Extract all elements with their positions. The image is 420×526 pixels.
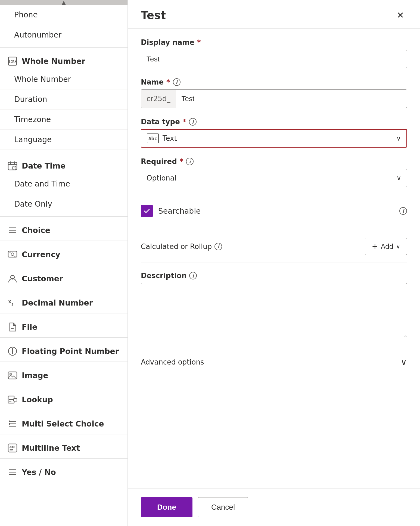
lookup-icon bbox=[8, 395, 17, 404]
description-textarea[interactable] bbox=[141, 283, 407, 337]
category-floating-point[interactable]: Floating Point Number bbox=[0, 340, 127, 359]
panel-title: Test bbox=[141, 9, 166, 21]
close-button[interactable]: ✕ bbox=[394, 9, 407, 22]
close-icon: ✕ bbox=[397, 10, 404, 20]
required-info-icon[interactable]: i bbox=[186, 158, 194, 165]
divider-3 bbox=[0, 216, 127, 217]
category-multi-select[interactable]: Multi Select Choice bbox=[0, 412, 127, 432]
svg-text:123: 123 bbox=[8, 59, 17, 64]
category-multiline-text[interactable]: Abc def Multiline Text bbox=[0, 437, 127, 456]
choice-icon bbox=[8, 225, 17, 235]
date-time-icon bbox=[8, 161, 17, 171]
list-item-whole-number[interactable]: Whole Number bbox=[0, 69, 127, 89]
add-plus-icon: + bbox=[372, 242, 378, 251]
data-type-required-star: * bbox=[183, 118, 186, 126]
calculated-rollup-row: Calculated or Rollup i + Add ∨ bbox=[141, 230, 407, 263]
svg-rect-15 bbox=[14, 256, 16, 257]
category-file[interactable]: File bbox=[0, 316, 127, 335]
name-prefix: cr25d_ bbox=[141, 90, 176, 108]
name-suffix-input[interactable] bbox=[176, 90, 407, 108]
divider-12 bbox=[0, 434, 127, 434]
data-type-label: Data type * i bbox=[141, 118, 407, 126]
searchable-label: Searchable bbox=[158, 207, 394, 216]
divider-5 bbox=[0, 265, 127, 265]
advanced-options-label: Advanced options bbox=[141, 358, 204, 366]
category-yes-no[interactable]: Yes / No bbox=[0, 461, 127, 480]
required-value: Optional bbox=[147, 174, 176, 182]
searchable-group: Searchable i bbox=[141, 197, 407, 220]
divider-9 bbox=[0, 362, 127, 362]
list-item-date-and-time[interactable]: Date and Time bbox=[0, 174, 127, 194]
list-item-timezone[interactable]: Timezone bbox=[0, 110, 127, 130]
panel-header: Test ✕ bbox=[128, 0, 420, 29]
divider-1 bbox=[0, 47, 127, 48]
calculated-rollup-info-icon[interactable]: i bbox=[214, 243, 222, 250]
category-decimal-number[interactable]: X 2 Decimal Number bbox=[0, 291, 127, 311]
list-item-date-only[interactable]: Date Only bbox=[0, 194, 127, 214]
yes-no-category-label: Yes / No bbox=[22, 468, 56, 477]
category-image[interactable]: Image bbox=[0, 364, 127, 384]
svg-text:Abc: Abc bbox=[10, 446, 15, 448]
add-label: Add bbox=[381, 243, 393, 250]
required-required-star: * bbox=[180, 157, 183, 166]
svg-text:def: def bbox=[10, 449, 13, 451]
advanced-options-chevron-icon: ∨ bbox=[401, 357, 407, 367]
category-date-time: Date Time bbox=[0, 154, 127, 174]
display-name-required-star: * bbox=[197, 38, 201, 46]
required-group: Required * i Optional ∨ bbox=[141, 157, 407, 187]
right-panel: Test ✕ Display name * Name * i cr25d_ bbox=[128, 0, 420, 526]
divider-4 bbox=[0, 241, 127, 241]
customer-category-label: Customer bbox=[22, 274, 63, 283]
floating-point-icon bbox=[8, 346, 17, 356]
searchable-checkbox[interactable] bbox=[141, 205, 153, 217]
lookup-category-label: Lookup bbox=[22, 395, 53, 404]
data-type-info-icon[interactable]: i bbox=[189, 118, 197, 126]
list-item-phone[interactable]: Phone bbox=[0, 5, 127, 25]
svg-text:2: 2 bbox=[11, 303, 14, 306]
left-panel: ▲ Phone Autonumber 123 Whole Number Whol… bbox=[0, 0, 128, 526]
name-group: Name * i cr25d_ bbox=[141, 78, 407, 108]
whole-number-category-label: Whole Number bbox=[22, 57, 85, 66]
add-button[interactable]: + Add ∨ bbox=[365, 238, 407, 255]
panel-body: Display name * Name * i cr25d_ Data type… bbox=[128, 29, 420, 488]
cancel-button[interactable]: Cancel bbox=[198, 497, 248, 517]
category-lookup[interactable]: Lookup bbox=[0, 388, 127, 408]
scroll-up-indicator[interactable]: ▲ bbox=[0, 0, 127, 5]
category-customer[interactable]: Customer bbox=[0, 267, 127, 287]
calculated-rollup-label: Calculated or Rollup i bbox=[141, 242, 222, 251]
required-chevron-icon: ∨ bbox=[396, 174, 401, 182]
currency-icon bbox=[8, 250, 17, 259]
display-name-input[interactable] bbox=[141, 50, 407, 68]
list-item-language[interactable]: Language bbox=[0, 130, 127, 150]
file-icon bbox=[8, 322, 17, 332]
description-info-icon[interactable]: i bbox=[189, 272, 197, 279]
multiline-text-category-label: Multiline Text bbox=[22, 444, 80, 453]
searchable-info-icon[interactable]: i bbox=[399, 207, 407, 215]
svg-rect-14 bbox=[9, 251, 11, 252]
name-required-star: * bbox=[166, 78, 170, 86]
done-button[interactable]: Done bbox=[141, 497, 192, 517]
data-type-value: Text bbox=[163, 134, 177, 142]
panel-footer: Done Cancel bbox=[128, 488, 420, 526]
name-info-icon[interactable]: i bbox=[173, 78, 181, 86]
category-whole-number: 123 Whole Number bbox=[0, 50, 127, 69]
required-dropdown[interactable]: Optional ∨ bbox=[141, 169, 407, 187]
multiline-text-icon: Abc def bbox=[8, 443, 17, 453]
name-input-group: cr25d_ bbox=[141, 89, 407, 108]
list-item-autonumber[interactable]: Autonumber bbox=[0, 25, 127, 45]
data-type-abc-icon: Abc bbox=[147, 133, 159, 143]
advanced-options-row[interactable]: Advanced options ∨ bbox=[141, 349, 407, 375]
divider-8 bbox=[0, 337, 127, 338]
divider-13 bbox=[0, 458, 127, 459]
date-time-category-label: Date Time bbox=[22, 161, 66, 170]
display-name-label: Display name * bbox=[141, 38, 407, 46]
whole-number-icon: 123 bbox=[8, 56, 17, 66]
yes-no-icon bbox=[8, 467, 17, 477]
category-choice[interactable]: Choice bbox=[0, 219, 127, 238]
multi-select-icon bbox=[8, 419, 17, 429]
category-currency[interactable]: Currency bbox=[0, 243, 127, 263]
data-type-dropdown[interactable]: Abc Text ∨ bbox=[141, 129, 407, 148]
list-item-duration[interactable]: Duration bbox=[0, 89, 127, 110]
divider-7 bbox=[0, 313, 127, 313]
searchable-row: Searchable i bbox=[141, 202, 407, 220]
